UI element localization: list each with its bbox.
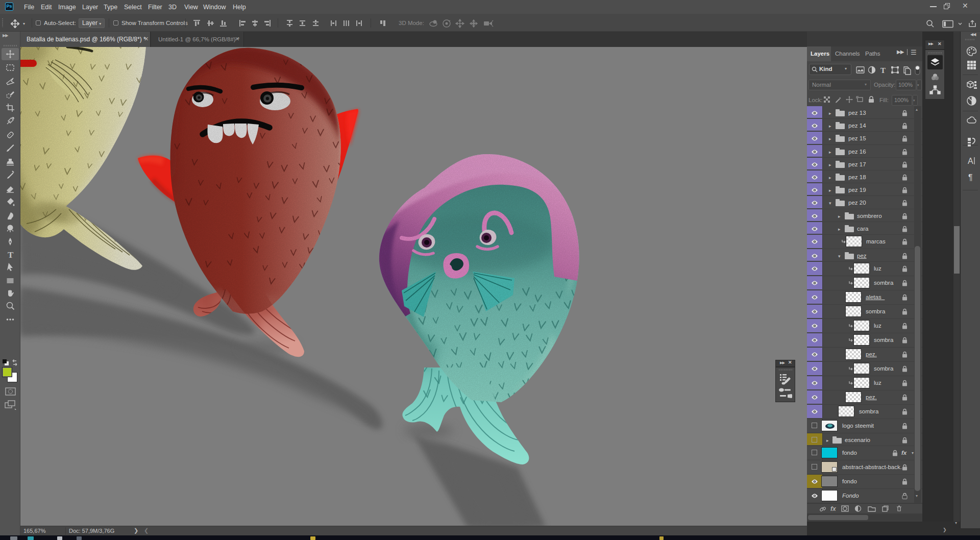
svg-text:fx: fx bbox=[830, 505, 837, 512]
svg-text:T: T bbox=[8, 250, 14, 259]
svg-text:T: T bbox=[880, 66, 886, 75]
svg-text:A: A bbox=[968, 157, 973, 165]
svg-text:¶: ¶ bbox=[968, 173, 973, 182]
